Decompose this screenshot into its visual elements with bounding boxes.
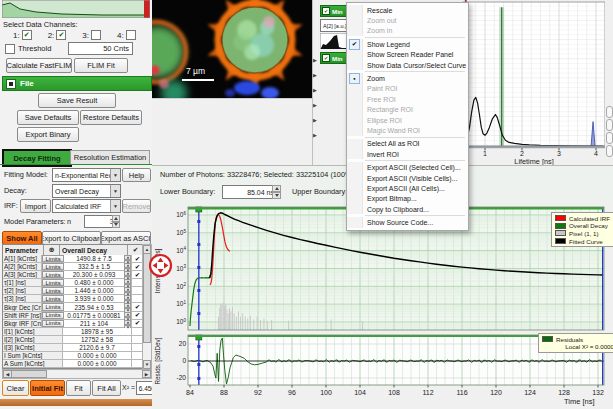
parameter-value[interactable]: 20.300 ± 0.093 — [64, 271, 124, 278]
remove-irf-button[interactable]: Remove — [122, 199, 151, 213]
export-as-ascii-button[interactable]: Export as ASCII — [101, 231, 151, 245]
menu-item-show-screen-reader-panel[interactable]: Show Screen Reader Panel — [347, 50, 468, 60]
parameter-value[interactable]: 332.5 ± 1.5 — [64, 263, 124, 270]
limits-button[interactable]: Limits — [42, 320, 64, 327]
menu-item-invert-roi[interactable]: Invert ROI — [347, 149, 468, 159]
lifetime-histogram-panel[interactable]: 1234Lifetime [ns] — [458, 0, 613, 165]
collapsed-control[interactable] — [606, 132, 613, 144]
fitting-model-select[interactable]: n-Exponential Reconvolutio▼ — [52, 168, 121, 182]
menu-item-show-data-cursor-select-curve[interactable]: Show Data Cursor/Select Curve — [347, 60, 468, 70]
decay-preview-thumbnail[interactable] — [2, 0, 150, 18]
splitter-arrow-icon[interactable]: ▶ — [313, 133, 319, 138]
collapsed-control[interactable] — [606, 145, 613, 157]
decay-select[interactable]: Overall Decay▼ — [52, 184, 121, 198]
value-stepper[interactable] — [124, 271, 131, 278]
parameter-value[interactable]: 0.01775 ± 0.00081 — [64, 312, 124, 319]
parameter-value[interactable]: 0.000 ± 0.000 — [63, 352, 131, 359]
parameter-value[interactable]: 12752 ± 58 — [63, 336, 131, 343]
save-defaults-button[interactable]: Save Defaults — [17, 110, 79, 125]
value-stepper[interactable] — [124, 279, 131, 286]
menu-item-select-all-as-roi[interactable]: Select All as ROI — [347, 139, 468, 149]
parameter-value[interactable]: 211 ± 104 — [64, 320, 124, 327]
value-stepper[interactable] — [124, 255, 131, 262]
file-section-header[interactable]: File — [2, 76, 152, 91]
limits-button[interactable]: Limits — [42, 255, 64, 262]
menu-item-rescale[interactable]: Rescale — [347, 5, 468, 15]
menu-item-export-ascii-all-cells[interactable]: Export ASCII (All Cells)... — [347, 183, 468, 193]
scroll-right-icon[interactable]: ▶ — [142, 370, 151, 378]
decay-plot-panel[interactable]: 8488929610010410811211612012412813210610… — [152, 205, 613, 409]
parameter-value[interactable]: 0.000 ± 0.000 — [63, 360, 131, 367]
splitter-arrow-icon[interactable]: ▶ — [313, 58, 319, 63]
lower-boundary-field[interactable]: 85.04 ns — [222, 185, 278, 199]
menu-item-show-legend[interactable]: ✔Show Legend — [347, 39, 468, 49]
value-stepper[interactable] — [124, 263, 131, 270]
limits-button[interactable]: Limits — [42, 303, 64, 310]
splitter-arrow-icon[interactable]: ▶ — [313, 73, 319, 78]
limits-button[interactable]: Limits — [42, 279, 64, 286]
show-all-button[interactable]: Show All — [2, 231, 42, 245]
value-stepper[interactable] — [124, 303, 131, 310]
save-result-button[interactable]: Save Result — [38, 93, 116, 108]
menu-item-show-source-code[interactable]: Show Source Code... — [347, 217, 468, 227]
parameter-value[interactable]: 2120.6 ± 9.7 — [63, 344, 131, 351]
tab-resolution-estimation[interactable]: Resolution Estimation — [70, 150, 150, 165]
collapse-icon[interactable] — [6, 79, 16, 89]
limits-button[interactable]: Limits — [42, 271, 64, 278]
parameter-value[interactable]: 0.480 ± 0.000 — [64, 279, 124, 286]
export-to-clipboard-button[interactable]: Export to Clipboard — [42, 231, 101, 245]
parameter-value[interactable]: 1.446 ± 0.000 — [64, 287, 124, 294]
clear-button[interactable]: Clear — [2, 380, 29, 396]
value-stepper[interactable] — [124, 312, 131, 319]
import-irf-button[interactable]: Import — [20, 199, 51, 213]
microscopy-image-panel[interactable]: 7 µm — [152, 0, 312, 98]
cell-image[interactable] — [152, 0, 312, 98]
fit-button[interactable]: Fit — [66, 380, 91, 396]
model-parameters-n-stepper[interactable] — [112, 215, 120, 228]
help-button[interactable]: Help — [122, 168, 151, 182]
initial-fit-button[interactable]: Initial Fit — [30, 380, 65, 396]
flim-fit-button[interactable]: FLIM Fit — [74, 58, 128, 73]
parameter-value[interactable]: 18978 ± 95 — [63, 328, 131, 335]
globe-icon[interactable]: ⊕ — [44, 245, 60, 255]
calculate-fastflim-button[interactable]: Calculate FastFLIM — [6, 58, 72, 73]
scrollbar-thumb[interactable] — [11, 370, 47, 378]
splitter-arrow-icon[interactable]: ▶ — [313, 103, 319, 108]
menu-item-export-ascii-selected-cell[interactable]: Export ASCII (Selected Cell)... — [347, 162, 468, 172]
threshold-value-field[interactable]: 50 Cnts — [68, 42, 133, 55]
value-stepper[interactable] — [124, 320, 131, 327]
channel-4-checkbox[interactable] — [126, 30, 136, 40]
menu-item-export-ascii-visible-cells[interactable]: Export ASCII (Visible Cells)... — [347, 173, 468, 183]
menu-item-copy-to-clipboard[interactable]: Copy to Clipboard... — [347, 204, 468, 214]
value-stepper[interactable] — [124, 295, 131, 302]
limits-button[interactable]: Limits — [42, 312, 64, 319]
pan-zoom-tool-icon[interactable] — [148, 253, 173, 278]
collapsed-control[interactable] — [606, 106, 613, 118]
channel-2-checkbox[interactable]: ✔ — [56, 30, 66, 40]
parameter-value[interactable]: 3.939 ± 0.000 — [64, 295, 124, 302]
parameter-value[interactable]: 235.94 ± 0.53 — [64, 303, 124, 310]
menu-gutter — [347, 204, 363, 214]
display-parameter-select[interactable]: A[2] [a.u.] — [320, 19, 349, 32]
lower-boundary-stepper[interactable] — [272, 185, 281, 199]
export-binary-button[interactable]: Export Binary — [17, 127, 79, 142]
fit-all-button[interactable]: Fit All — [92, 380, 121, 396]
value-stepper[interactable] — [124, 287, 131, 294]
collapsed-control[interactable] — [606, 119, 613, 131]
table-horizontal-scrollbar[interactable]: ◀ ▶ — [2, 369, 152, 379]
menu-item-zoom[interactable]: ▪Zoom — [347, 73, 468, 83]
threshold-checkbox[interactable] — [5, 44, 15, 54]
limits-button[interactable]: Limits — [42, 263, 64, 270]
limits-button[interactable]: Limits — [42, 287, 64, 294]
parameter-value[interactable]: 1490.8 ± 7.5 — [64, 255, 124, 262]
limits-button[interactable]: Limits — [42, 295, 64, 302]
parameter-histogram-thumbnail[interactable] — [320, 33, 347, 49]
channel-3-checkbox[interactable] — [91, 30, 101, 40]
splitter-arrow-icon[interactable]: ▶ — [313, 118, 319, 123]
menu-item-export-bitmap[interactable]: Export Bitmap... — [347, 194, 468, 204]
channel-1-checkbox[interactable]: ✔ — [22, 30, 32, 40]
irf-select[interactable]: Calculated IRF▼ — [52, 199, 121, 213]
splitter-arrow-icon[interactable]: ▶ — [313, 88, 319, 93]
scroll-down-icon[interactable]: ▼ — [143, 360, 151, 369]
restore-defaults-button[interactable]: Restore Defaults — [80, 110, 142, 125]
